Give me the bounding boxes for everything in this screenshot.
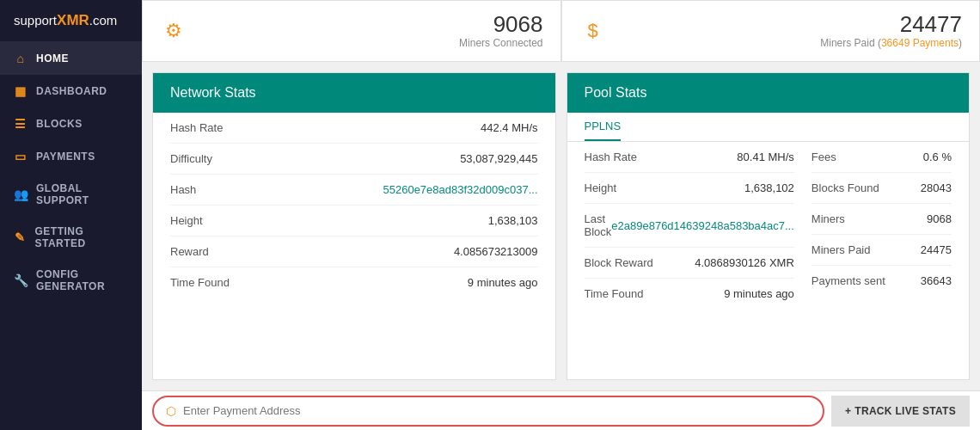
pool-miners-paid-label: Miners Paid bbox=[812, 243, 871, 256]
pool-blocks-found-value: 28043 bbox=[921, 181, 952, 194]
miners-paid-value: 24477 bbox=[621, 13, 963, 35]
network-hash-row: Hash 55260e7e8ad83f32d009c037... bbox=[170, 175, 538, 206]
network-height-label: Height bbox=[170, 214, 203, 227]
network-reward-value: 4.085673213009 bbox=[454, 245, 538, 258]
sidebar-item-payments-label: PAYMENTS bbox=[36, 150, 95, 163]
config-generator-icon: 🔧 bbox=[14, 273, 28, 287]
network-hash-rate-row: Hash Rate 442.4 MH/s bbox=[170, 113, 538, 144]
pool-stats-header: Pool Stats bbox=[567, 73, 970, 113]
pool-stats-body: Hash Rate 80.41 MH/s Height 1,638,102 La… bbox=[567, 142, 970, 309]
network-reward-label: Reward bbox=[170, 245, 209, 258]
miners-connected-content: 9068 Miners Connected bbox=[201, 13, 543, 49]
pool-blocks-found-row: Blocks Found 28043 bbox=[812, 173, 952, 204]
pool-miners-label: Miners bbox=[812, 212, 845, 225]
pool-miners-paid-value: 24475 bbox=[921, 243, 952, 256]
sidebar-item-home-label: HOME bbox=[36, 52, 69, 64]
pool-height-row: Height 1,638,102 bbox=[585, 173, 794, 204]
main-content: ⚙ 9068 Miners Connected $ 24477 Miners P… bbox=[142, 0, 980, 430]
pool-payments-sent-row: Payments sent 36643 bbox=[812, 266, 952, 296]
payments-link[interactable]: 36649 Payments bbox=[881, 37, 959, 49]
dashboard-icon: ▦ bbox=[14, 84, 28, 98]
pool-tabs: PPLNS bbox=[567, 113, 970, 142]
pool-time-found-value: 9 minutes ago bbox=[724, 287, 794, 300]
sidebar-item-blocks[interactable]: ☰ BLOCKS bbox=[0, 108, 142, 140]
sidebar-item-blocks-label: BLOCKS bbox=[36, 118, 83, 130]
sidebar-item-getting-started[interactable]: ✎ GETTING STARTED bbox=[0, 216, 142, 259]
sidebar: supportXMR.com ⌂ HOME ▦ DASHBOARD ☰ BLOC… bbox=[0, 0, 142, 430]
logo-com: .com bbox=[89, 13, 118, 28]
network-stats-body: Hash Rate 442.4 MH/s Difficulty 53,087,9… bbox=[153, 113, 555, 379]
network-hash-value[interactable]: 55260e7e8ad83f32d009c037... bbox=[383, 183, 537, 196]
blocks-icon: ☰ bbox=[14, 117, 28, 131]
getting-started-icon: ✎ bbox=[14, 230, 26, 244]
pool-height-label: Height bbox=[585, 181, 617, 194]
network-height-row: Height 1,638,103 bbox=[170, 206, 538, 236]
track-live-stats-button[interactable]: + TRACK LIVE STATS bbox=[831, 396, 970, 427]
pool-height-value: 1,638,102 bbox=[744, 181, 794, 194]
sidebar-item-home[interactable]: ⌂ HOME bbox=[0, 42, 142, 75]
network-hash-label: Hash bbox=[170, 183, 196, 196]
pool-stats-left: Hash Rate 80.41 MH/s Height 1,638,102 La… bbox=[585, 142, 794, 309]
miners-paid-content: 24477 Miners Paid (36649 Payments) bbox=[621, 13, 963, 49]
pool-block-reward-value: 4.0868930126 XMR bbox=[695, 256, 794, 269]
sidebar-item-payments[interactable]: ▭ PAYMENTS bbox=[0, 140, 142, 173]
payment-input-wrapper: ⬡ bbox=[152, 396, 824, 427]
network-hash-rate-label: Hash Rate bbox=[170, 121, 223, 134]
site-logo[interactable]: supportXMR.com bbox=[0, 0, 142, 42]
pool-hash-rate-row: Hash Rate 80.41 MH/s bbox=[585, 142, 794, 173]
network-height-value: 1,638,103 bbox=[488, 214, 538, 227]
payment-address-icon: ⬡ bbox=[166, 404, 176, 418]
payment-address-input[interactable] bbox=[183, 404, 811, 417]
dollar-icon: $ bbox=[579, 20, 607, 42]
payments-icon: ▭ bbox=[14, 150, 28, 163]
network-difficulty-row: Difficulty 53,087,929,445 bbox=[170, 144, 538, 175]
sidebar-item-getting-started-label: GETTING STARTED bbox=[34, 225, 128, 249]
pool-blocks-found-label: Blocks Found bbox=[812, 181, 879, 194]
miners-connected-label: Miners Connected bbox=[201, 37, 543, 49]
sidebar-item-dashboard-label: DASHBOARD bbox=[36, 85, 107, 97]
network-time-found-label: Time Found bbox=[170, 276, 230, 289]
logo-xmr: XMR bbox=[57, 12, 89, 28]
network-stats-header: Network Stats bbox=[153, 73, 555, 113]
network-difficulty-value: 53,087,929,445 bbox=[460, 152, 537, 165]
pool-miners-row: Miners 9068 bbox=[812, 204, 952, 235]
tab-pplns[interactable]: PPLNS bbox=[585, 113, 622, 141]
track-plus-icon: + bbox=[845, 405, 851, 417]
pool-hash-rate-value: 80.41 MH/s bbox=[737, 150, 793, 163]
network-time-found-value: 9 minutes ago bbox=[468, 276, 538, 289]
miners-connected-card: ⚙ 9068 Miners Connected bbox=[142, 0, 561, 62]
pool-miners-paid-row: Miners Paid 24475 bbox=[812, 235, 952, 266]
pool-fees-label: Fees bbox=[812, 150, 836, 163]
miners-paid-card: $ 24477 Miners Paid (36649 Payments) bbox=[561, 0, 981, 62]
network-time-found-row: Time Found 9 minutes ago bbox=[170, 267, 538, 298]
sidebar-item-dashboard[interactable]: ▦ DASHBOARD bbox=[0, 75, 142, 108]
miners-paid-label: Miners Paid (36649 Payments) bbox=[621, 37, 963, 49]
pool-block-reward-row: Block Reward 4.0868930126 XMR bbox=[585, 248, 794, 279]
content-area: Network Stats Hash Rate 442.4 MH/s Diffi… bbox=[142, 62, 980, 390]
sidebar-item-global-support-label: GLOBAL SUPPORT bbox=[36, 182, 128, 206]
network-reward-row: Reward 4.085673213009 bbox=[170, 236, 538, 267]
network-stats-panel: Network Stats Hash Rate 442.4 MH/s Diffi… bbox=[152, 72, 556, 380]
global-support-icon: 👥 bbox=[14, 187, 28, 201]
pool-payments-sent-value: 36643 bbox=[921, 274, 952, 287]
home-icon: ⌂ bbox=[14, 52, 28, 65]
miners-icon: ⚙ bbox=[160, 20, 187, 42]
pool-stats-grid: Hash Rate 80.41 MH/s Height 1,638,102 La… bbox=[585, 142, 952, 309]
pool-miners-value: 9068 bbox=[927, 212, 952, 225]
pool-last-block-label: Last Block bbox=[585, 212, 612, 238]
sidebar-nav: ⌂ HOME ▦ DASHBOARD ☰ BLOCKS ▭ PAYMENTS 👥… bbox=[0, 42, 142, 430]
pool-hash-rate-label: Hash Rate bbox=[585, 150, 637, 163]
network-difficulty-label: Difficulty bbox=[170, 152, 212, 165]
bottom-bar: ⬡ + TRACK LIVE STATS bbox=[142, 390, 980, 430]
sidebar-item-global-support[interactable]: 👥 GLOBAL SUPPORT bbox=[0, 173, 142, 216]
pool-stats-right: Fees 0.6 % Blocks Found 28043 Miners 906… bbox=[794, 142, 952, 309]
sidebar-item-config-generator[interactable]: 🔧 CONFIG GENERATOR bbox=[0, 259, 142, 302]
pool-time-found-label: Time Found bbox=[585, 287, 644, 300]
network-hash-rate-value: 442.4 MH/s bbox=[481, 121, 537, 134]
pool-payments-sent-label: Payments sent bbox=[812, 274, 885, 287]
pool-block-reward-label: Block Reward bbox=[585, 256, 653, 269]
sidebar-item-config-generator-label: CONFIG GENERATOR bbox=[36, 268, 128, 292]
miners-connected-value: 9068 bbox=[201, 13, 543, 35]
pool-stats-panel: Pool Stats PPLNS Hash Rate 80.41 MH/s He… bbox=[567, 72, 971, 380]
pool-last-block-value[interactable]: e2a89e876d14639248a583ba4ac7... bbox=[611, 219, 794, 232]
